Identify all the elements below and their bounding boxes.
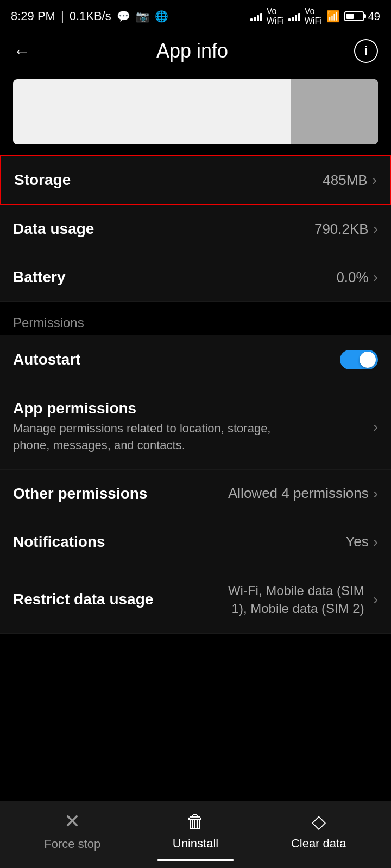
clear-data-action[interactable]: ◇ Clear data bbox=[286, 810, 351, 851]
app-permissions-sublabel: Manage permissions related to location, … bbox=[13, 420, 274, 454]
notifications-label: Notifications bbox=[13, 533, 105, 550]
data-usage-label-container: Data usage bbox=[13, 220, 314, 238]
restrict-data-value: Wi-Fi, Mobile data (SIM 1), Mobile data … bbox=[226, 582, 364, 618]
app-banner bbox=[13, 79, 378, 144]
battery-label-container: Battery bbox=[13, 269, 336, 286]
notifications-value-container: Yes › bbox=[345, 533, 378, 551]
instagram-icon: 📷 bbox=[136, 10, 149, 23]
app-permissions-label: App permissions bbox=[13, 400, 136, 417]
status-bar: 8:29 PM | 0.1KB/s 💬 📷 🌐 VoWiFi VoWiFi 📶 … bbox=[0, 0, 391, 30]
battery-item[interactable]: Battery 0.0% › bbox=[0, 253, 391, 302]
data-usage-value-container: 790.2KB › bbox=[314, 220, 378, 238]
restrict-data-label: Restrict data usage bbox=[13, 591, 153, 608]
bottom-spacer bbox=[0, 634, 391, 699]
battery-indicator bbox=[344, 11, 364, 21]
other-permissions-item[interactable]: Other permissions Allowed 4 permissions … bbox=[0, 470, 391, 518]
status-left: 8:29 PM | 0.1KB/s 💬 📷 🌐 bbox=[11, 9, 168, 23]
autostart-item[interactable]: Autostart bbox=[0, 335, 391, 385]
notifications-item[interactable]: Notifications Yes › bbox=[0, 518, 391, 566]
bottom-actions: ✕ Force stop 🗑 Uninstall ◇ Clear data bbox=[0, 810, 391, 851]
restrict-data-value-container: Wi-Fi, Mobile data (SIM 1), Mobile data … bbox=[226, 582, 378, 618]
data-usage-value: 790.2KB bbox=[314, 221, 369, 238]
restrict-data-item[interactable]: Restrict data usage Wi-Fi, Mobile data (… bbox=[0, 566, 391, 634]
restrict-data-chevron: › bbox=[373, 591, 378, 608]
uninstall-action[interactable]: 🗑 Uninstall bbox=[163, 811, 228, 851]
info-icon: i bbox=[364, 43, 368, 59]
autostart-label: Autostart bbox=[13, 351, 80, 368]
uninstall-label: Uninstall bbox=[173, 837, 218, 851]
time-display: 8:29 PM bbox=[11, 9, 55, 23]
separator: | bbox=[61, 9, 64, 23]
notifications-label-container: Notifications bbox=[13, 533, 345, 551]
data-usage-item[interactable]: Data usage 790.2KB › bbox=[0, 205, 391, 253]
page-title: App info bbox=[156, 40, 228, 62]
force-stop-icon: ✕ bbox=[64, 810, 80, 833]
app-permissions-label-container: App permissions Manage permissions relat… bbox=[13, 400, 373, 454]
restrict-data-label-container: Restrict data usage bbox=[13, 591, 226, 608]
clear-data-icon: ◇ bbox=[312, 810, 326, 832]
info-button[interactable]: i bbox=[354, 39, 378, 63]
home-indicator bbox=[157, 859, 234, 861]
whatsapp-icon: 💬 bbox=[117, 10, 130, 23]
vo-wifi-1: VoWiFi bbox=[267, 7, 284, 26]
back-button[interactable]: ← bbox=[13, 41, 30, 61]
vo-wifi-2: VoWiFi bbox=[305, 7, 322, 26]
storage-section: Storage 485MB › Data usage 790.2KB › Bat… bbox=[0, 155, 391, 302]
storage-chevron: › bbox=[372, 171, 377, 189]
battery-value-container: 0.0% › bbox=[336, 269, 378, 286]
speed-display: 0.1KB/s bbox=[70, 9, 111, 23]
signal-bars-1 bbox=[250, 11, 262, 21]
app-permissions-item[interactable]: App permissions Manage permissions relat… bbox=[0, 385, 391, 470]
other-permissions-label: Other permissions bbox=[13, 485, 147, 502]
status-right: VoWiFi VoWiFi 📶 49 bbox=[250, 7, 380, 26]
clear-data-label: Clear data bbox=[291, 837, 346, 851]
app-banner-overlay bbox=[291, 79, 378, 144]
battery-chevron: › bbox=[373, 269, 378, 286]
battery-value: 0.0% bbox=[336, 269, 368, 286]
notifications-chevron: › bbox=[373, 533, 378, 551]
data-usage-label: Data usage bbox=[13, 220, 94, 237]
other-permissions-chevron: › bbox=[373, 485, 378, 502]
wifi-icon: 📶 bbox=[326, 10, 340, 23]
storage-label: Storage bbox=[14, 171, 71, 188]
force-stop-action[interactable]: ✕ Force stop bbox=[40, 810, 105, 851]
chrome-icon: 🌐 bbox=[155, 10, 168, 23]
other-permissions-label-container: Other permissions bbox=[13, 485, 228, 502]
battery-level: 49 bbox=[368, 10, 380, 23]
storage-value: 485MB bbox=[323, 172, 367, 189]
battery-label: Battery bbox=[13, 269, 65, 285]
autostart-toggle[interactable] bbox=[340, 350, 378, 369]
storage-item[interactable]: Storage 485MB › bbox=[0, 155, 391, 205]
other-permissions-value: Allowed 4 permissions bbox=[228, 485, 369, 502]
storage-label-container: Storage bbox=[14, 171, 323, 189]
signal-bars-2 bbox=[288, 11, 300, 21]
permissions-section-label: Permissions bbox=[0, 302, 391, 335]
storage-value-container: 485MB › bbox=[323, 171, 377, 189]
data-usage-chevron: › bbox=[373, 220, 378, 238]
bottom-bar: ✕ Force stop 🗑 Uninstall ◇ Clear data bbox=[0, 801, 391, 868]
notifications-value: Yes bbox=[345, 533, 368, 550]
app-permissions-chevron: › bbox=[373, 418, 378, 436]
other-permissions-value-container: Allowed 4 permissions › bbox=[228, 485, 378, 502]
uninstall-icon: 🗑 bbox=[186, 811, 205, 832]
autostart-toggle-knob bbox=[360, 352, 376, 368]
force-stop-label: Force stop bbox=[44, 837, 100, 851]
header: ← App info i bbox=[0, 30, 391, 74]
